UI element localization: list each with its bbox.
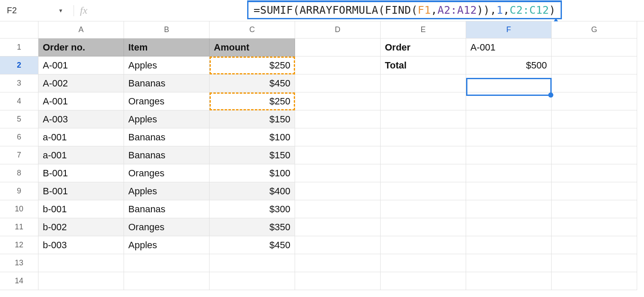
cell-a12[interactable]: b-003: [38, 236, 124, 254]
cell-g11[interactable]: [552, 218, 637, 236]
cell-g8[interactable]: [552, 164, 637, 182]
cell-b14[interactable]: [124, 272, 210, 290]
cell-d1[interactable]: [295, 39, 381, 56]
cell-f13[interactable]: [466, 254, 552, 272]
cell-e9[interactable]: [381, 182, 466, 200]
cell-b7[interactable]: Bananas: [124, 146, 210, 164]
cell-c1[interactable]: Amount: [210, 39, 295, 56]
cell-b11[interactable]: Oranges: [124, 218, 210, 236]
cell-c9[interactable]: $400: [210, 182, 295, 200]
cell-b3[interactable]: Bananas: [124, 74, 210, 92]
cell-c12[interactable]: $450: [210, 236, 295, 254]
cell-d8[interactable]: [295, 164, 381, 182]
cell-g1[interactable]: [552, 39, 637, 56]
fx-icon[interactable]: fx: [80, 5, 87, 16]
column-header-g[interactable]: G: [552, 21, 637, 39]
cell-e12[interactable]: [381, 236, 466, 254]
cell-b6[interactable]: Bananas: [124, 128, 210, 146]
row-header-6[interactable]: 6: [0, 128, 38, 146]
cell-f10[interactable]: [466, 200, 552, 218]
cell-a14[interactable]: [38, 272, 124, 290]
name-box-dropdown-icon[interactable]: ▼: [58, 8, 63, 14]
cell-e5[interactable]: [381, 110, 466, 128]
cell-a4[interactable]: A-001: [38, 92, 124, 110]
column-header-b[interactable]: B: [124, 21, 210, 39]
cell-d13[interactable]: [295, 254, 381, 272]
cell-e14[interactable]: [381, 272, 466, 290]
cell-c5[interactable]: $150: [210, 110, 295, 128]
cell-b12[interactable]: Apples: [124, 236, 210, 254]
row-header-3[interactable]: 3: [0, 74, 38, 92]
row-header-13[interactable]: 13: [0, 254, 38, 272]
cell-d4[interactable]: [295, 92, 381, 110]
cell-g10[interactable]: [552, 200, 637, 218]
cell-b5[interactable]: Apples: [124, 110, 210, 128]
cell-d2[interactable]: [295, 56, 381, 74]
cell-d11[interactable]: [295, 218, 381, 236]
cell-a3[interactable]: A-002: [38, 74, 124, 92]
cell-b4[interactable]: Oranges: [124, 92, 210, 110]
cell-d6[interactable]: [295, 128, 381, 146]
row-header-11[interactable]: 11: [0, 218, 38, 236]
cell-g9[interactable]: [552, 182, 637, 200]
cell-a7[interactable]: a-001: [38, 146, 124, 164]
column-header-f[interactable]: F: [466, 21, 552, 39]
cell-b13[interactable]: [124, 254, 210, 272]
row-header-12[interactable]: 12: [0, 236, 38, 254]
column-header-e[interactable]: E: [381, 21, 466, 39]
cell-g3[interactable]: [552, 74, 637, 92]
cell-a8[interactable]: B-001: [38, 164, 124, 182]
cell-d5[interactable]: [295, 110, 381, 128]
cell-g12[interactable]: [552, 236, 637, 254]
cell-c10[interactable]: $300: [210, 200, 295, 218]
formula-input[interactable]: = SUMIF ( ARRAYFORMULA ( FIND ( F1 , A2:…: [247, 0, 562, 19]
cell-e6[interactable]: [381, 128, 466, 146]
cell-a10[interactable]: b-001: [38, 200, 124, 218]
cell-f9[interactable]: [466, 182, 552, 200]
cell-a13[interactable]: [38, 254, 124, 272]
cell-e1[interactable]: Order: [381, 39, 466, 56]
row-header-10[interactable]: 10: [0, 200, 38, 218]
row-header-2[interactable]: 2: [0, 56, 38, 74]
row-header-9[interactable]: 9: [0, 182, 38, 200]
row-header-8[interactable]: 8: [0, 164, 38, 182]
cell-c14[interactable]: [210, 272, 295, 290]
cell-c3[interactable]: $450: [210, 74, 295, 92]
cell-e3[interactable]: [381, 74, 466, 92]
cell-f3[interactable]: [466, 74, 552, 92]
cell-e7[interactable]: [381, 146, 466, 164]
cell-d7[interactable]: [295, 146, 381, 164]
cell-f12[interactable]: [466, 236, 552, 254]
cell-b1[interactable]: Item: [124, 39, 210, 56]
row-header-1[interactable]: 1: [0, 39, 38, 56]
cell-e2[interactable]: Total: [381, 56, 466, 74]
cell-c8[interactable]: $100: [210, 164, 295, 182]
cell-f4[interactable]: [466, 92, 552, 110]
row-header-14[interactable]: 14: [0, 272, 38, 290]
cell-e8[interactable]: [381, 164, 466, 182]
cell-g13[interactable]: [552, 254, 637, 272]
cell-g2[interactable]: [552, 56, 637, 74]
row-header-7[interactable]: 7: [0, 146, 38, 164]
cell-c6[interactable]: $100: [210, 128, 295, 146]
cell-g4[interactable]: [552, 92, 637, 110]
cell-c11[interactable]: $350: [210, 218, 295, 236]
cell-g14[interactable]: [552, 272, 637, 290]
cell-d12[interactable]: [295, 236, 381, 254]
cell-f2[interactable]: $500: [466, 56, 552, 74]
cell-f8[interactable]: [466, 164, 552, 182]
column-header-c[interactable]: C: [210, 21, 295, 39]
cell-f14[interactable]: [466, 272, 552, 290]
cell-a2[interactable]: A-001: [38, 56, 124, 74]
cell-d3[interactable]: [295, 74, 381, 92]
cell-e11[interactable]: [381, 218, 466, 236]
cell-g7[interactable]: [552, 146, 637, 164]
cell-b8[interactable]: Oranges: [124, 164, 210, 182]
cell-f11[interactable]: [466, 218, 552, 236]
cell-a5[interactable]: A-003: [38, 110, 124, 128]
cell-c13[interactable]: [210, 254, 295, 272]
row-header-4[interactable]: 4: [0, 92, 38, 110]
cell-d14[interactable]: [295, 272, 381, 290]
row-header-5[interactable]: 5: [0, 110, 38, 128]
cell-a6[interactable]: a-001: [38, 128, 124, 146]
